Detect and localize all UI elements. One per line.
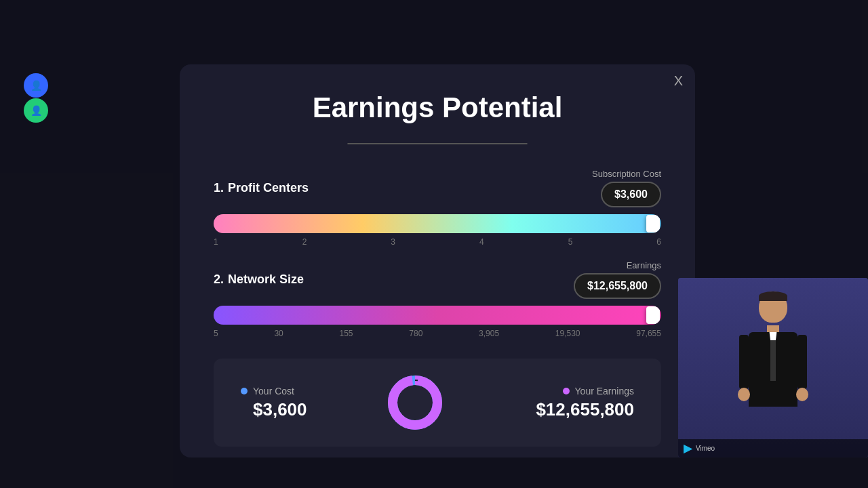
close-button[interactable]: X <box>674 74 683 87</box>
video-person: ▶ Vimeo <box>678 278 868 458</box>
avatar-2: 👤 <box>24 98 48 123</box>
your-cost-value: $3,600 <box>253 399 307 420</box>
earnings-label: Earnings <box>627 260 661 270</box>
network-size-track[interactable] <box>214 306 661 325</box>
your-earnings-item: Your Earnings $12,655,800 <box>524 386 634 420</box>
your-cost-label: Your Cost <box>253 386 294 396</box>
svg-point-1 <box>393 380 437 425</box>
profit-centers-section: 1. Profit Centers Subscription Cost $3,6… <box>214 169 661 247</box>
tick-2: 2 <box>302 237 307 247</box>
donut-svg <box>384 372 446 433</box>
monthly-toggle[interactable]: Monthly <box>434 144 527 144</box>
network-size-section: 2. Network Size Earnings $12,655,800 5 3… <box>214 260 661 338</box>
ns-tick-2: 30 <box>274 329 283 338</box>
profit-centers-title: Profit Centers <box>228 181 309 195</box>
ns-tick-3: 155 <box>340 329 353 338</box>
earnings-modal: X Earnings Potential Yearly Monthly 1. P… <box>180 64 695 458</box>
earnings-value: $12,655,800 <box>574 273 661 299</box>
donut-chart <box>384 372 446 433</box>
subscription-cost-value: $3,600 <box>601 182 661 207</box>
profit-centers-header: 1. Profit Centers Subscription Cost $3,6… <box>214 169 661 207</box>
profit-centers-slider-container: 1 2 3 4 5 6 <box>214 214 661 247</box>
profit-centers-track[interactable] <box>214 214 661 233</box>
your-earnings-value: $12,655,800 <box>536 399 634 420</box>
earnings-dot <box>563 388 570 394</box>
video-panel: ▶ Vimeo <box>678 278 868 458</box>
network-size-header: 2. Network Size Earnings $12,655,800 <box>214 260 661 299</box>
network-size-number: 2. <box>214 272 224 287</box>
network-size-slider-container: 5 30 155 780 3,905 19,530 97,655 <box>214 306 661 338</box>
modal-title: Earnings Potential <box>313 92 563 124</box>
profit-centers-ticks: 1 2 3 4 5 6 <box>214 237 661 247</box>
ns-tick-1: 5 <box>214 329 218 338</box>
network-size-thumb[interactable] <box>646 306 660 324</box>
ns-tick-7: 97,655 <box>636 329 661 338</box>
tick-6: 6 <box>656 237 661 247</box>
tick-5: 5 <box>568 237 573 247</box>
tick-1: 1 <box>214 237 218 247</box>
period-toggle: Yearly Monthly <box>347 143 528 144</box>
summary-section: Your Cost $3,600 Your Earnings $12,655,8… <box>214 359 661 447</box>
your-earnings-label-row: Your Earnings <box>563 386 634 396</box>
vimeo-logo: ▶ <box>684 442 692 455</box>
your-cost-item: Your Cost $3,600 <box>241 386 307 420</box>
tick-3: 3 <box>391 237 395 247</box>
profit-centers-number: 1. <box>214 181 224 195</box>
network-size-title: Network Size <box>228 272 304 287</box>
vimeo-bar: ▶ Vimeo <box>678 439 868 458</box>
your-earnings-label: Your Earnings <box>575 386 634 396</box>
subscription-cost-label: Subscription Cost <box>592 169 661 179</box>
ns-tick-4: 780 <box>409 329 422 338</box>
network-size-ticks: 5 30 155 780 3,905 19,530 97,655 <box>214 329 661 338</box>
vimeo-label: Vimeo <box>696 445 715 452</box>
profit-centers-thumb[interactable] <box>646 215 660 232</box>
your-cost-label-row: Your Cost <box>241 386 294 396</box>
yearly-toggle[interactable]: Yearly <box>348 144 434 144</box>
avatar-1: 👤 <box>24 73 48 98</box>
ns-tick-5: 3,905 <box>479 329 499 338</box>
tick-4: 4 <box>479 237 484 247</box>
ns-tick-6: 19,530 <box>555 329 580 338</box>
cost-dot <box>241 388 248 394</box>
